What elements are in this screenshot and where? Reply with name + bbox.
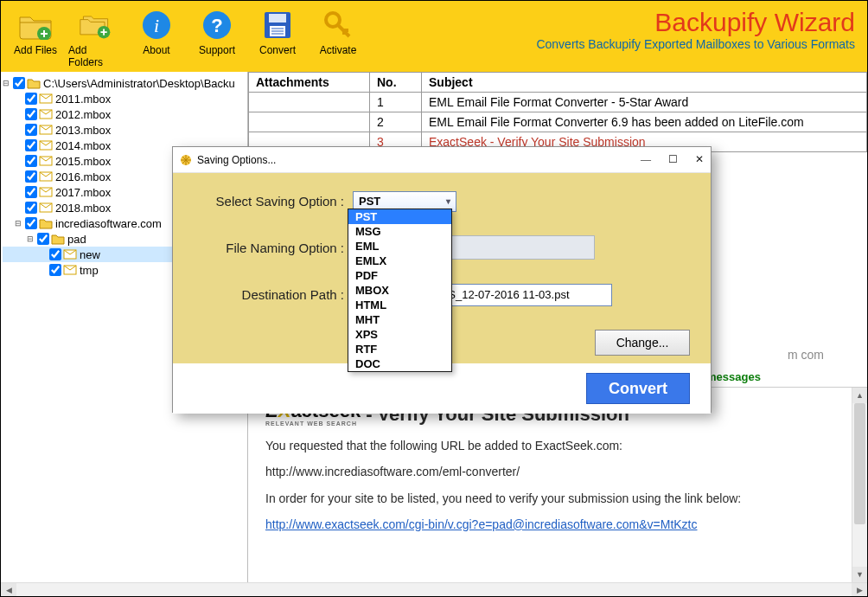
dropdown-option[interactable]: MSG [348, 224, 451, 239]
dropdown-option[interactable]: EML [348, 239, 451, 254]
mail-icon [39, 109, 53, 119]
main-toolbar: Add Files Add Folders i About ? Support … [1, 1, 867, 72]
preview-vscrollbar[interactable]: ▲ ▼ [852, 388, 867, 582]
tree-hscrollbar[interactable]: ◀ ▶ [1, 582, 867, 596]
tree-mbox-label: 2016.mbox [55, 170, 111, 183]
tree-pad-child-check[interactable] [49, 248, 61, 260]
preview-verify-link[interactable]: http://www.exactseek.com/cgi-bin/v.cgi?e… [265, 517, 698, 531]
dropdown-option[interactable]: XPS [348, 327, 451, 342]
scroll-right-icon[interactable]: ▶ [852, 583, 867, 597]
tree-mbox-check[interactable] [25, 108, 37, 120]
tree-pad-check[interactable] [37, 233, 49, 245]
scroll-up-icon[interactable]: ▲ [852, 388, 867, 403]
tree-mbox-label: 2011.mbox [55, 93, 111, 106]
mail-icon [63, 249, 77, 260]
support-button[interactable]: ? Support [189, 8, 245, 56]
dropdown-option[interactable]: MHT [348, 312, 451, 327]
collapse-icon[interactable]: ⊟ [15, 219, 25, 228]
tree-root-check[interactable] [13, 77, 25, 89]
tree-mbox-label: 2012.mbox [55, 108, 111, 121]
preview-p3: In order for your site to be listed, you… [265, 490, 850, 507]
tree-mbox[interactable]: 2013.mbox [3, 122, 246, 138]
collapse-icon[interactable]: ⊟ [3, 79, 13, 87]
convert-button[interactable]: Convert [586, 373, 690, 404]
dropdown-option[interactable]: MBOX [348, 283, 451, 298]
message-preview: EXactseek RELEVANT WEB SEARCH - Verify Y… [248, 387, 867, 582]
saving-option-value: PST [359, 195, 380, 208]
tree-mbox-check[interactable] [25, 124, 37, 136]
col-subject[interactable]: Subject [422, 73, 867, 93]
preview-p1: You requested that the following URL be … [265, 437, 850, 454]
tree-site-label: incrediasoftware.com [55, 217, 162, 230]
dropdown-option[interactable]: EMLX [348, 254, 451, 268]
tree-pad-child-label: tmp [80, 264, 99, 277]
convert-toolbar-label: Convert [259, 44, 296, 56]
col-attachments[interactable]: Attachments [249, 73, 370, 93]
folder-icon [39, 217, 53, 229]
add-files-label: Add Files [14, 44, 57, 56]
scroll-thumb[interactable] [854, 403, 865, 524]
dialog-title-text: Saving Options... [197, 154, 276, 166]
folders-plus-icon [79, 8, 113, 42]
change-button[interactable]: Change... [595, 330, 690, 356]
detail-from-partial: m com [788, 348, 824, 362]
svg-text:i: i [154, 15, 159, 36]
activate-button[interactable]: Activate [310, 8, 366, 56]
cell-subject: EML Email File Format Converter 6.9 has … [422, 112, 867, 132]
messages-grid[interactable]: Attachments No. Subject 1 EML Email File… [248, 72, 867, 152]
tree-pad-child-label: new [80, 248, 100, 261]
info-icon: i [139, 8, 174, 42]
dropdown-option[interactable]: PDF [348, 268, 451, 283]
about-button[interactable]: i About [129, 8, 184, 56]
tree-mbox[interactable]: 2012.mbox [3, 106, 246, 122]
mail-icon [39, 125, 53, 135]
scroll-left-icon[interactable]: ◀ [1, 583, 16, 597]
tree-mbox-check[interactable] [25, 155, 37, 167]
support-label: Support [199, 44, 235, 56]
naming-option-label: File Naming Option : [226, 241, 349, 255]
dropdown-option[interactable]: PST [348, 209, 451, 224]
dialog-titlebar[interactable]: Saving Options... — ☐ ✕ [173, 147, 711, 173]
tree-mbox-check[interactable] [25, 93, 37, 105]
tree-site-check[interactable] [25, 217, 37, 229]
mail-icon [39, 202, 53, 213]
tree-mbox-check[interactable] [25, 186, 37, 198]
folder-open-icon [27, 77, 41, 89]
saving-option-dropdown[interactable]: PSTMSGEMLEMLXPDFMBOXHTMLMHTXPSRTFDOC [348, 209, 452, 372]
save-disk-icon [260, 8, 295, 42]
tree-mbox-check[interactable] [25, 170, 37, 183]
minimize-icon[interactable]: — [641, 153, 651, 166]
key-icon [321, 8, 355, 42]
close-icon[interactable]: ✕ [695, 153, 704, 166]
cell-attachments [249, 112, 370, 132]
question-icon: ? [200, 8, 234, 42]
cell-subject: EML Email File Format Converter - 5-Star… [422, 93, 867, 112]
folder-icon [51, 233, 65, 245]
convert-toolbar-button[interactable]: Convert [250, 8, 305, 56]
svg-rect-7 [269, 14, 286, 22]
dropdown-option[interactable]: RTF [348, 342, 451, 356]
tree-root-label: C:\Users\Administrator\Desktop\Backu [43, 77, 235, 90]
tree-pad-label: pad [67, 233, 86, 246]
tree-mbox-check[interactable] [25, 202, 37, 214]
add-folders-label: Add Folders [68, 44, 124, 68]
tree-mbox-label: 2013.mbox [55, 124, 111, 137]
dropdown-option[interactable]: DOC [348, 356, 451, 371]
maximize-icon[interactable]: ☐ [668, 153, 678, 166]
scroll-down-icon[interactable]: ▼ [852, 567, 867, 582]
tree-pad-child-check[interactable] [49, 264, 61, 276]
table-row[interactable]: 1 EML Email File Format Converter - 5-St… [249, 93, 867, 112]
folder-plus-icon [18, 8, 53, 42]
no-attachments-label: messages [706, 367, 867, 387]
add-files-button[interactable]: Add Files [8, 8, 63, 56]
col-no[interactable]: No. [370, 73, 422, 93]
tree-root[interactable]: ⊟ C:\Users\Administrator\Desktop\Backu [3, 75, 246, 91]
add-folders-button[interactable]: Add Folders [68, 8, 124, 68]
table-row[interactable]: 2 EML Email File Format Converter 6.9 ha… [249, 112, 867, 132]
tree-mbox[interactable]: 2011.mbox [3, 91, 246, 106]
tree-mbox-label: 2018.mbox [55, 202, 111, 215]
tree-mbox-check[interactable] [25, 139, 37, 151]
dropdown-option[interactable]: HTML [348, 298, 451, 312]
collapse-icon[interactable]: ⊟ [27, 234, 37, 243]
cell-no: 2 [370, 112, 422, 132]
